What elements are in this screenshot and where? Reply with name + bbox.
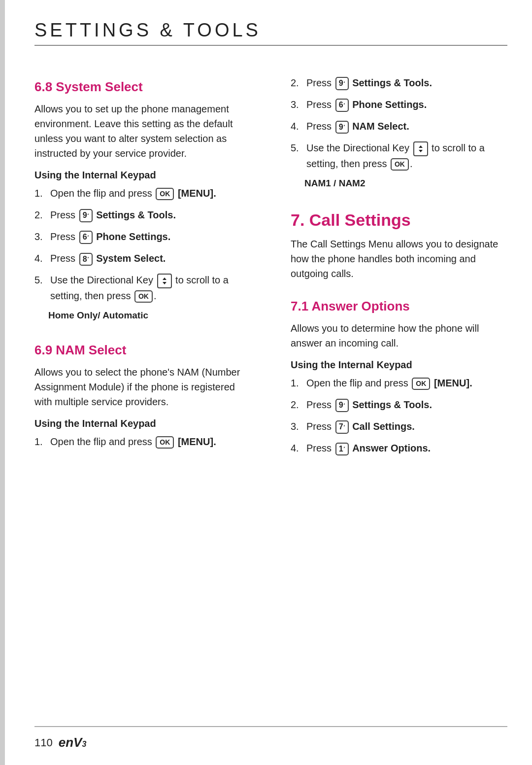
ok-key-badge: OK — [156, 188, 174, 200]
directional-key-icon — [413, 141, 428, 156]
step-bold-label: Settings & Tools. — [352, 77, 432, 88]
section-69-heading: 6.9 NAM Select — [34, 343, 251, 358]
ok-key-badge: OK — [391, 158, 409, 171]
step-content: Open the flip and press OK [MENU]. — [50, 434, 251, 449]
step-content: Press 1ʼ Answer Options. — [306, 441, 507, 455]
list-item: 4. Press 8ʼ System Select. — [34, 251, 251, 266]
step-number: 4. — [291, 441, 302, 455]
step-bold-label: NAM Select. — [352, 121, 409, 132]
step-bold-label: Settings & Tools. — [96, 209, 176, 220]
left-column: 6.8 System Select Allows you to set up t… — [34, 75, 261, 711]
step-menu-label: [MENU]. — [434, 378, 472, 388]
page-container: SETTINGS & TOOLS 6.8 System Select Allow… — [0, 0, 532, 765]
key-badge-1: 1ʼ — [335, 443, 349, 456]
key-badge-9: 9ʼ — [79, 209, 93, 222]
list-item: 3. Press 6ʼ Phone Settings. — [291, 97, 507, 112]
step-content: Use the Directional Key to scroll to a s… — [50, 273, 251, 303]
step-number: 1. — [291, 376, 302, 390]
section-68-subheading: Using the Internal Keypad — [34, 170, 251, 181]
step-bold-label: System Select. — [96, 253, 166, 264]
footer-brand-en: en — [59, 735, 73, 750]
step-bold-label: Settings & Tools. — [352, 399, 432, 410]
svg-marker-3 — [419, 150, 423, 152]
step-bold-label: Call Settings. — [352, 421, 415, 432]
list-item: 5. Use the Directional Key to scroll to … — [34, 273, 251, 303]
step-number: 5. — [291, 140, 302, 155]
page-footer: 110 enV3 — [34, 726, 507, 750]
step-number: 4. — [34, 251, 46, 266]
ok-key-badge: OK — [412, 378, 430, 390]
step-content: Press 9ʼ Settings & Tools. — [306, 75, 507, 90]
step-bold-label: Phone Settings. — [352, 99, 427, 110]
step-content: Press 7ʻ Call Settings. — [306, 419, 507, 434]
section-69-description: Allows you to select the phone's NAM (Nu… — [34, 365, 251, 409]
list-item: 2. Press 9ʼ Settings & Tools. — [291, 75, 507, 90]
list-item: 1. Open the flip and press OK [MENU]. — [34, 434, 251, 449]
page-header: SETTINGS & TOOLS — [0, 0, 532, 56]
list-item: 4. Press 1ʼ Answer Options. — [291, 441, 507, 455]
list-item: 3. Press 6ʼ Phone Settings. — [34, 229, 251, 244]
step-content: Open the flip and press OK [MENU]. — [50, 186, 251, 201]
key-badge-6: 6ʼ — [79, 231, 93, 244]
key-badge-8: 8ʼ — [79, 253, 93, 266]
section-71-description: Allows you to determine how the phone wi… — [291, 321, 507, 350]
footer-page-number: 110 — [34, 736, 53, 749]
list-item: 2. Press 9ʼ Settings & Tools. — [34, 208, 251, 222]
section-68-heading: 6.8 System Select — [34, 79, 251, 95]
step-number: 3. — [291, 97, 302, 112]
step-menu-label: [MENU]. — [178, 436, 216, 447]
step-number: 1. — [34, 434, 46, 449]
list-item: 2. Press 9ʼ Settings & Tools. — [291, 397, 507, 412]
right-column: 2. Press 9ʼ Settings & Tools. 3. Press 6… — [281, 75, 507, 711]
footer-brand: enV3 — [59, 735, 87, 750]
step-content: Open the flip and press OK [MENU]. — [306, 376, 507, 390]
list-item: 3. Press 7ʻ Call Settings. — [291, 419, 507, 434]
step-number: 4. — [291, 119, 302, 134]
step-content: Use the Directional Key to scroll to a s… — [306, 140, 507, 171]
step-content: Press 9ʼ Settings & Tools. — [50, 208, 251, 222]
ok-key-badge: OK — [134, 290, 153, 303]
list-item: 1. Open the flip and press OK [MENU]. — [291, 376, 507, 390]
step-content: Press 9ʼ NAM Select. — [306, 119, 507, 134]
step-content: Press 6ʼ Phone Settings. — [306, 97, 507, 112]
step-bold-label: Phone Settings. — [96, 231, 170, 242]
section-71-heading: 7.1 Answer Options — [291, 299, 507, 314]
directional-key-icon — [157, 274, 172, 288]
step-menu-label: [MENU]. — [178, 188, 216, 199]
step-bold-label: Answer Options. — [352, 443, 431, 453]
list-item: 4. Press 9ʼ NAM Select. — [291, 119, 507, 134]
footer-brand-v: V — [73, 735, 82, 750]
svg-marker-0 — [163, 278, 166, 280]
step-content: Press 9ʼ Settings & Tools. — [306, 397, 507, 412]
svg-marker-2 — [419, 145, 423, 148]
key-badge-9: 9ʼ — [335, 77, 349, 90]
section-71-subheading: Using the Internal Keypad — [291, 359, 507, 371]
left-accent-bar — [0, 0, 5, 765]
section-69-subheading: Using the Internal Keypad — [34, 418, 251, 429]
step-number: 3. — [34, 229, 46, 244]
step-number: 5. — [34, 273, 46, 287]
step-number: 2. — [34, 208, 46, 222]
content-wrapper: 6.8 System Select Allows you to set up t… — [0, 56, 532, 711]
step-number: 1. — [34, 186, 46, 201]
svg-marker-1 — [163, 282, 166, 284]
section-7-description: The Call Settings Menu allows you to des… — [291, 237, 507, 281]
page-title: SETTINGS & TOOLS — [34, 20, 507, 46]
step-number: 2. — [291, 397, 302, 412]
step-content: Press 6ʼ Phone Settings. — [50, 229, 251, 244]
key-badge-7: 7ʻ — [335, 420, 349, 434]
ok-key-badge: OK — [156, 436, 174, 449]
step-number: 3. — [291, 419, 302, 434]
section-68-description: Allows you to set up the phone managemen… — [34, 102, 251, 161]
step-number: 2. — [291, 75, 302, 90]
list-item: 5. Use the Directional Key to scroll to … — [291, 140, 507, 171]
footer-brand-sup: 3 — [82, 740, 86, 749]
key-badge-9b: 9ʼ — [335, 121, 349, 134]
key-badge-6: 6ʼ — [335, 99, 349, 112]
list-item: 1. Open the flip and press OK [MENU]. — [34, 186, 251, 201]
section-7-heading: 7. Call Settings — [291, 210, 507, 230]
section-69-options: NAM1 / NAM2 — [304, 178, 507, 189]
section-68-options: Home Only/ Automatic — [48, 310, 251, 321]
key-badge-9c: 9ʼ — [335, 399, 349, 412]
step-content: Press 8ʼ System Select. — [50, 251, 251, 266]
